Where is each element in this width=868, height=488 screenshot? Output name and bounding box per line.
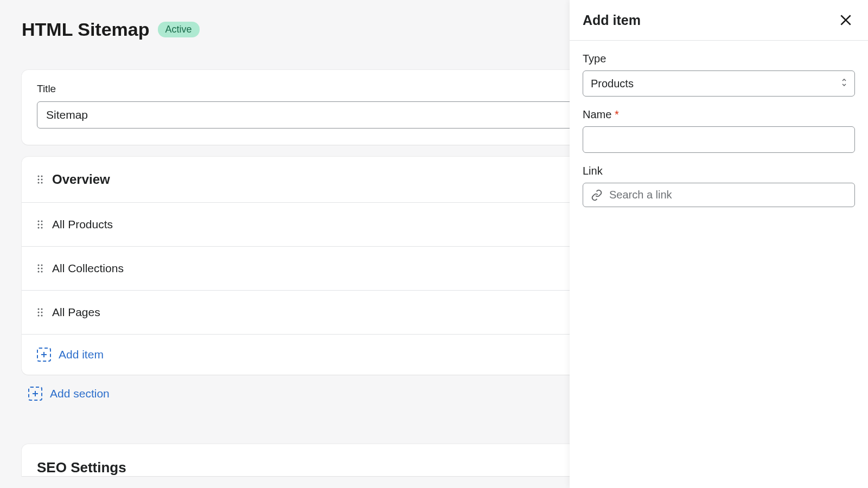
- svg-point-12: [38, 265, 40, 266]
- svg-point-7: [41, 221, 43, 222]
- link-icon: [591, 189, 603, 201]
- name-label-text: Name: [583, 108, 611, 120]
- close-icon: [839, 13, 853, 27]
- panel-title: Add item: [583, 12, 641, 28]
- svg-point-5: [41, 182, 43, 184]
- required-indicator: *: [615, 108, 619, 120]
- link-label: Link: [583, 165, 855, 177]
- close-button[interactable]: [837, 11, 855, 29]
- svg-point-1: [41, 176, 43, 177]
- drag-handle-icon[interactable]: [37, 307, 43, 317]
- type-label: Type: [583, 53, 855, 65]
- name-label: Name *: [583, 108, 855, 121]
- type-field: Type Products: [583, 53, 855, 97]
- svg-point-13: [41, 265, 43, 266]
- svg-point-9: [41, 224, 43, 226]
- svg-point-3: [41, 179, 43, 181]
- svg-point-19: [41, 309, 43, 310]
- svg-point-18: [38, 309, 40, 310]
- svg-point-0: [38, 176, 40, 177]
- svg-point-2: [38, 179, 40, 181]
- add-dashed-icon: [37, 348, 51, 362]
- drag-handle-icon[interactable]: [37, 220, 43, 229]
- svg-point-16: [38, 271, 40, 273]
- svg-point-23: [41, 315, 43, 317]
- svg-point-15: [41, 268, 43, 269]
- section-title: Overview: [52, 172, 110, 187]
- name-field: Name *: [583, 108, 855, 153]
- svg-point-17: [41, 271, 43, 273]
- type-select-wrap: Products: [583, 70, 855, 97]
- list-item-label: All Pages: [52, 306, 100, 319]
- svg-point-22: [38, 315, 40, 317]
- list-item-label: All Products: [52, 218, 113, 231]
- svg-point-20: [38, 312, 40, 313]
- add-item-label: Add item: [59, 348, 104, 361]
- drag-handle-icon[interactable]: [37, 175, 43, 184]
- svg-point-4: [38, 182, 40, 184]
- panel-body: Type Products Name * Link: [570, 41, 868, 231]
- page-title: HTML Sitemap: [22, 19, 150, 40]
- svg-point-8: [38, 224, 40, 226]
- svg-point-6: [38, 221, 40, 222]
- name-input[interactable]: [583, 126, 855, 153]
- status-badge: Active: [158, 22, 200, 37]
- link-input[interactable]: [609, 189, 847, 201]
- link-input-wrap[interactable]: [583, 183, 855, 207]
- svg-point-14: [38, 268, 40, 269]
- add-item-panel: Add item Type Products Name *: [570, 0, 868, 488]
- panel-header: Add item: [570, 0, 868, 41]
- svg-point-21: [41, 312, 43, 313]
- svg-point-11: [41, 227, 43, 229]
- drag-handle-icon[interactable]: [37, 264, 43, 273]
- type-select[interactable]: Products: [583, 70, 855, 97]
- link-field: Link: [583, 165, 855, 207]
- add-dashed-icon: [28, 387, 42, 401]
- add-section-label: Add section: [50, 387, 110, 400]
- list-item-label: All Collections: [52, 262, 124, 275]
- svg-point-10: [38, 227, 40, 229]
